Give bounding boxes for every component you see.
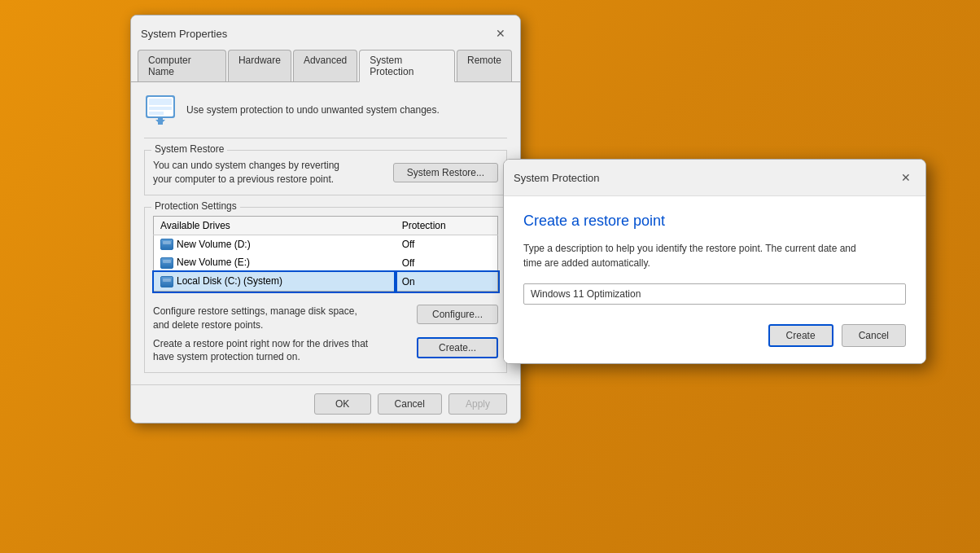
svg-rect-2 [149,99,172,105]
drives-table: Available Drives Protection New Volume (… [153,216,498,292]
restore-cancel-button[interactable]: Cancel [842,324,906,347]
system-properties-dialog: System Properties ✕ Computer Name Hardwa… [130,15,521,424]
restore-footer: Create Cancel [523,321,906,347]
tab-system-protection[interactable]: System Protection [359,50,455,82]
table-row[interactable]: New Volume (E:) Off [154,253,498,272]
protection-settings-section: Protection Settings Available Drives Pro… [144,207,507,374]
shield-icon [144,94,177,126]
restore-close-button[interactable]: ✕ [896,168,916,187]
create-row: Create a restore point right now for the… [153,337,498,365]
tab-advanced[interactable]: Advanced [293,50,357,81]
drive-icon [160,239,173,250]
create-restore-button[interactable]: Create [768,324,833,347]
col-header-drives: Available Drives [154,216,396,235]
header-section: Use system protection to undo unwanted s… [144,94,507,138]
drive-icon [160,276,173,287]
restore-point-description-input[interactable] [523,283,906,305]
restore-content: Create a restore point Type a descriptio… [504,196,925,363]
system-props-close-button[interactable]: ✕ [491,24,510,43]
ok-button[interactable]: OK [314,393,371,415]
create-desc: Create a restore point right now for the… [153,337,409,365]
configure-button[interactable]: Configure... [417,305,498,324]
tabs-bar: Computer Name Hardware Advanced System P… [131,43,520,82]
restore-dialog-title: System Protection [514,172,600,184]
svg-rect-6 [158,116,163,125]
restore-titlebar: System Protection ✕ [504,160,925,196]
system-restore-legend: System Restore [151,143,227,155]
system-restore-section: System Restore You can undo system chang… [144,150,507,195]
tab-computer-name[interactable]: Computer Name [138,50,226,81]
system-restore-inner: You can undo system changes by reverting… [153,151,498,187]
system-props-footer: OK Cancel Apply [131,384,520,423]
tab-hardware[interactable]: Hardware [228,50,291,81]
drive-icon [160,257,173,269]
configure-desc: Configure restore settings, manage disk … [153,305,409,332]
apply-button[interactable]: Apply [448,393,507,415]
create-restore-point-dialog: System Protection ✕ Create a restore poi… [503,159,926,364]
svg-rect-3 [149,107,172,110]
configure-row: Configure restore settings, manage disk … [153,298,498,332]
system-props-titlebar: System Properties ✕ [131,15,520,43]
svg-rect-4 [149,112,164,115]
protection-settings-legend: Protection Settings [151,200,240,212]
tab-remote[interactable]: Remote [457,50,512,81]
restore-desc: Type a description to help you identify … [523,241,906,270]
restore-heading: Create a restore point [523,213,906,230]
header-text: Use system protection to undo unwanted s… [186,104,440,116]
table-row[interactable]: New Volume (D:) Off [154,235,498,253]
system-restore-button[interactable]: System Restore... [393,163,498,182]
table-row-selected[interactable]: Local Disk (C:) (System) On [154,272,498,291]
col-header-protection: Protection [396,216,498,235]
create-button[interactable]: Create... [417,337,498,358]
cancel-button[interactable]: Cancel [378,393,442,415]
system-restore-desc: You can undo system changes by reverting… [153,159,385,187]
system-props-title: System Properties [141,28,227,40]
system-props-content: Use system protection to undo unwanted s… [131,82,520,384]
